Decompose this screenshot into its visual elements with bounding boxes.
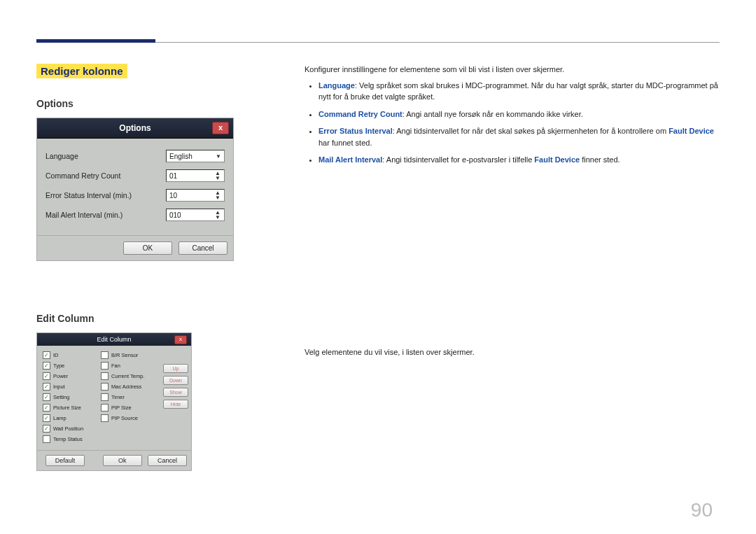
checkbox-icon[interactable]	[101, 383, 108, 391]
edit-column-dialog-title: Edit Column x	[37, 333, 191, 346]
column-option[interactable]: ✓Wall Position	[43, 425, 97, 433]
retry-label: Command Retry Count	[46, 171, 166, 180]
close-icon[interactable]: x	[174, 335, 187, 344]
edit-column-dialog: Edit Column x ✓ID✓Type✓Power✓Input✓Setti…	[36, 332, 192, 471]
column-option[interactable]: Mac Address	[101, 383, 155, 391]
column-option-label: Power	[53, 373, 68, 379]
error-interval-stepper[interactable]: 10 ▲▼	[166, 189, 225, 202]
column-option[interactable]: ✓Lamp	[43, 414, 97, 422]
retry-stepper[interactable]: 01 ▲▼	[166, 169, 225, 182]
checkbox-icon[interactable]: ✓	[43, 425, 50, 433]
checkbox-icon[interactable]: ✓	[43, 362, 50, 370]
checkbox-icon[interactable]	[101, 372, 108, 380]
checkbox-icon[interactable]	[101, 362, 108, 370]
column-option-label: ID	[53, 352, 59, 358]
checkbox-icon[interactable]: ✓	[43, 414, 50, 422]
checkbox-icon[interactable]: ✓	[43, 404, 50, 412]
hide-button[interactable]: Hide	[163, 400, 188, 409]
checkbox-icon[interactable]	[101, 414, 108, 422]
mail-interval-label: Mail Alert Interval (min.)	[46, 211, 166, 219]
error-interval-label: Error Status Interval (min.)	[46, 191, 166, 199]
options-dialog: Options x Language English ▼ Command Ret…	[36, 118, 234, 261]
spinner-icon: ▲▼	[214, 171, 221, 181]
column-option-label: Wall Position	[53, 426, 83, 432]
checkbox-icon[interactable]: ✓	[43, 351, 50, 359]
checkbox-icon[interactable]	[101, 351, 108, 359]
column-option-label: B/R Sensor	[111, 352, 138, 358]
column-option[interactable]: ✓Input	[43, 383, 97, 391]
cancel-button[interactable]: Cancel	[178, 241, 227, 255]
column-option[interactable]: PIP Source	[101, 414, 155, 422]
checkbox-icon[interactable]	[43, 435, 50, 443]
default-button[interactable]: Default	[46, 455, 85, 466]
column-option[interactable]: ✓Picture Size	[43, 404, 97, 412]
column-option[interactable]: ✓Type	[43, 362, 97, 370]
retry-bullet: Command Retry Count: Angi antall nye for…	[318, 108, 720, 120]
checkbox-icon[interactable]: ✓	[43, 372, 50, 380]
options-dialog-title: Options x	[37, 118, 233, 139]
mail-interval-stepper[interactable]: 010 ▲▼	[166, 209, 225, 221]
column-option[interactable]: B/R Sensor	[101, 351, 155, 359]
column-option-label: Picture Size	[53, 405, 81, 411]
page-number: 90	[691, 499, 713, 521]
up-button[interactable]: Up	[163, 364, 188, 373]
show-button[interactable]: Show	[163, 388, 188, 397]
cancel-button[interactable]: Cancel	[148, 455, 187, 466]
column-option-label: Timer	[111, 394, 125, 400]
column-option[interactable]: Current Temp.	[101, 372, 155, 380]
checkbox-icon[interactable]: ✓	[43, 383, 50, 391]
down-button[interactable]: Down	[163, 376, 188, 385]
column-option[interactable]: PIP Size	[101, 404, 155, 412]
column-option-label: Current Temp.	[111, 373, 144, 379]
language-bullet: Language: Velg språket som skal brukes i…	[318, 80, 720, 103]
column-option[interactable]: Fan	[101, 362, 155, 370]
language-select[interactable]: English ▼	[166, 150, 225, 162]
ok-button[interactable]: Ok	[103, 455, 142, 466]
options-heading: Options	[36, 98, 271, 109]
column-option[interactable]: ✓Power	[43, 372, 97, 380]
chevron-down-icon: ▼	[216, 154, 221, 159]
options-intro-text: Konfigurer innstillingene for elementene…	[304, 64, 720, 76]
column-option-label: PIP Source	[111, 415, 138, 421]
column-option-label: Mac Address	[111, 384, 141, 390]
mail-bullet: Mail Alert Interval: Angi tidsintervalle…	[318, 154, 720, 166]
column-option-label: Temp Status	[53, 436, 83, 442]
column-option[interactable]: ✓Setting	[43, 393, 97, 401]
column-option[interactable]: ✓ID	[43, 351, 97, 359]
column-option-label: Type	[53, 363, 64, 369]
error-bullet: Error Status Interval: Angi tidsinterval…	[318, 125, 720, 148]
ok-button[interactable]: OK	[123, 241, 172, 255]
column-option-label: Fan	[111, 363, 120, 369]
spinner-icon: ▲▼	[214, 210, 221, 220]
section-tag: Rediger kolonne	[36, 64, 127, 78]
edit-column-intro-text: Velg elementene du vil vise, i listen ov…	[304, 346, 720, 358]
column-option-label: Input	[53, 384, 65, 390]
column-option[interactable]: Timer	[101, 393, 155, 401]
checkbox-icon[interactable]	[101, 393, 108, 401]
column-option-label: Lamp	[53, 415, 66, 421]
column-option-label: PIP Size	[111, 405, 132, 411]
language-label: Language	[46, 152, 166, 160]
column-option-label: Setting	[53, 394, 69, 400]
edit-column-heading: Edit Column	[36, 313, 271, 324]
column-option[interactable]: Temp Status	[43, 435, 97, 443]
checkbox-icon[interactable]: ✓	[43, 393, 50, 401]
checkbox-icon[interactable]	[101, 404, 108, 412]
spinner-icon: ▲▼	[214, 190, 221, 200]
close-icon[interactable]: x	[212, 122, 229, 134]
